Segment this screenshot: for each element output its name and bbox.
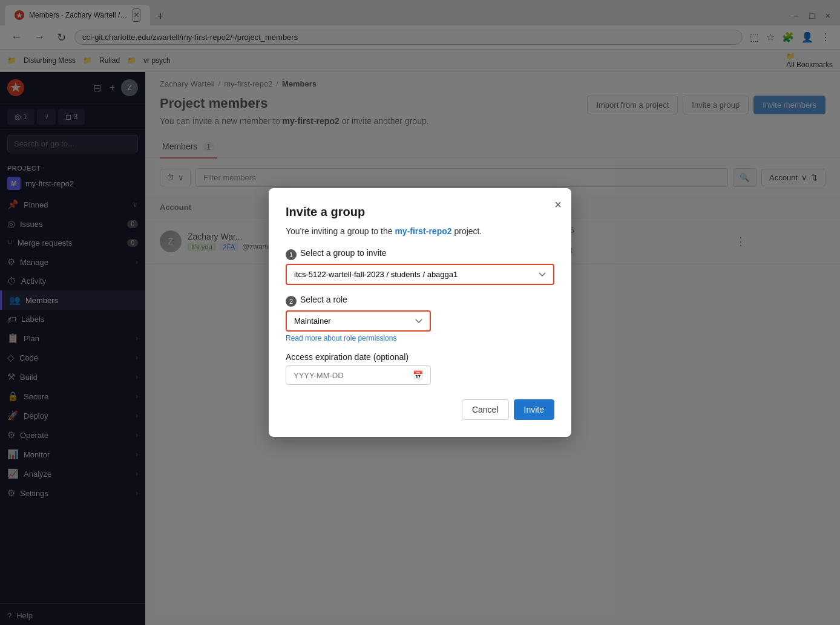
step2-label: Select a role: [300, 295, 347, 304]
role-select-section: 2 Select a role Maintainer Guest Reporte…: [286, 295, 554, 342]
modal-title: Invite a group: [286, 205, 554, 219]
modal-subtitle: You're inviting a group to the my-first-…: [286, 226, 554, 236]
expiry-label: Access expiration date (optional): [286, 352, 554, 362]
modal-project-link[interactable]: my-first-repo2: [395, 226, 451, 236]
group-select-dropdown[interactable]: itcs-5122-wartell-fall-2023 / students /…: [286, 264, 554, 285]
modal-close-button[interactable]: ×: [554, 198, 562, 212]
group-select-section: 1 Select a group to invite itcs-5122-war…: [286, 248, 554, 285]
expiry-section: Access expiration date (optional) 📅: [286, 352, 554, 385]
step1-label: Select a group to invite: [300, 248, 386, 258]
step1-number: 1: [286, 249, 297, 260]
role-permissions-link[interactable]: Read more about role permissions: [286, 334, 554, 342]
step2-number: 2: [286, 296, 297, 307]
cancel-button[interactable]: Cancel: [462, 399, 509, 420]
calendar-icon[interactable]: 📅: [413, 370, 423, 380]
invite-group-modal: Invite a group × You're inviting a group…: [269, 188, 571, 437]
modal-overlay: Invite a group × You're inviting a group…: [0, 0, 840, 625]
role-select-dropdown[interactable]: Maintainer Guest Reporter Developer Owne…: [286, 310, 431, 332]
invite-button[interactable]: Invite: [514, 399, 554, 420]
modal-footer: Cancel Invite: [286, 399, 554, 420]
expiry-date-input[interactable]: [294, 371, 408, 380]
